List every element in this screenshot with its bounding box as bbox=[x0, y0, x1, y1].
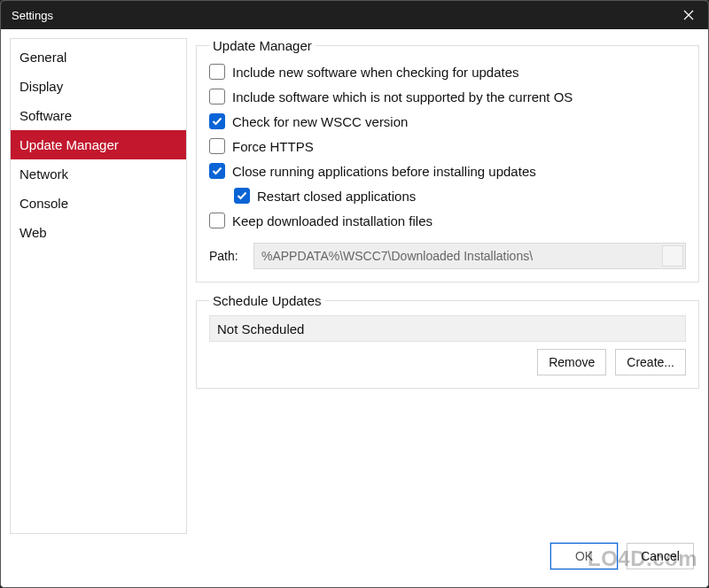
ok-button[interactable]: OK bbox=[550, 543, 618, 569]
schedule-remove-button[interactable]: Remove bbox=[537, 349, 606, 375]
path-browse-button[interactable] bbox=[662, 245, 683, 267]
option-label: Include software which is not supported … bbox=[232, 89, 573, 104]
check-icon bbox=[212, 117, 222, 126]
cancel-button[interactable]: Cancel bbox=[627, 543, 694, 569]
sidebar-item-display[interactable]: Display bbox=[11, 72, 186, 101]
checkbox-restart-closed[interactable] bbox=[234, 188, 250, 204]
option-label: Check for new WSCC version bbox=[232, 114, 408, 129]
option-force-https[interactable]: Force HTTPS bbox=[209, 138, 686, 154]
option-label: Close running applications before instal… bbox=[232, 164, 536, 179]
path-row: Path: bbox=[209, 243, 686, 269]
path-label: Path: bbox=[209, 249, 245, 263]
schedule-group: Schedule Updates Not Scheduled Remove Cr… bbox=[196, 293, 699, 389]
checkbox-force-https[interactable] bbox=[209, 138, 225, 154]
option-include-unsupported[interactable]: Include software which is not supported … bbox=[209, 89, 686, 104]
schedule-status[interactable]: Not Scheduled bbox=[209, 315, 686, 342]
option-include-new-software[interactable]: Include new software when checking for u… bbox=[209, 64, 686, 80]
sidebar-item-general[interactable]: General bbox=[11, 43, 186, 72]
option-close-running[interactable]: Close running applications before instal… bbox=[209, 163, 686, 179]
check-icon bbox=[237, 191, 247, 200]
checkbox-close-running[interactable] bbox=[209, 163, 225, 179]
checkbox-include-new-software[interactable] bbox=[209, 64, 225, 80]
dialog-footer: OK Cancel bbox=[10, 534, 699, 578]
settings-window: Settings General Display Software Update… bbox=[0, 0, 709, 588]
sidebar: General Display Software Update Manager … bbox=[10, 38, 187, 534]
close-icon bbox=[683, 10, 694, 20]
check-icon bbox=[212, 166, 222, 175]
checkbox-check-wscc[interactable] bbox=[209, 113, 225, 129]
columns: General Display Software Update Manager … bbox=[10, 38, 699, 534]
schedule-create-button[interactable]: Create... bbox=[615, 349, 686, 375]
checkbox-keep-downloaded[interactable] bbox=[209, 213, 225, 228]
sidebar-item-console[interactable]: Console bbox=[11, 189, 186, 218]
update-manager-group: Update Manager Include new software when… bbox=[196, 38, 699, 282]
close-button[interactable] bbox=[669, 1, 708, 29]
option-check-wscc[interactable]: Check for new WSCC version bbox=[209, 113, 686, 129]
dialog-body: General Display Software Update Manager … bbox=[1, 29, 708, 587]
schedule-buttons: Remove Create... bbox=[209, 349, 686, 375]
sidebar-item-web[interactable]: Web bbox=[11, 218, 186, 247]
sidebar-item-update-manager[interactable]: Update Manager bbox=[11, 130, 186, 159]
option-label: Include new software when checking for u… bbox=[232, 65, 519, 80]
sidebar-item-software[interactable]: Software bbox=[11, 101, 186, 130]
schedule-legend: Schedule Updates bbox=[209, 293, 325, 308]
option-keep-downloaded[interactable]: Keep downloaded installation files bbox=[209, 213, 686, 228]
schedule-status-text: Not Scheduled bbox=[217, 321, 304, 337]
path-input[interactable] bbox=[253, 243, 686, 269]
option-restart-closed[interactable]: Restart closed applications bbox=[234, 188, 686, 204]
content-panel: Update Manager Include new software when… bbox=[196, 38, 699, 534]
option-label: Force HTTPS bbox=[232, 139, 314, 154]
titlebar: Settings bbox=[1, 1, 708, 29]
update-manager-options: Include new software when checking for u… bbox=[209, 60, 686, 269]
checkbox-include-unsupported[interactable] bbox=[209, 89, 225, 104]
option-label: Restart closed applications bbox=[257, 189, 416, 204]
option-label: Keep downloaded installation files bbox=[232, 213, 432, 228]
window-title: Settings bbox=[12, 9, 669, 22]
path-input-wrap bbox=[253, 243, 686, 269]
sidebar-item-network[interactable]: Network bbox=[11, 159, 186, 189]
update-manager-legend: Update Manager bbox=[209, 38, 316, 53]
